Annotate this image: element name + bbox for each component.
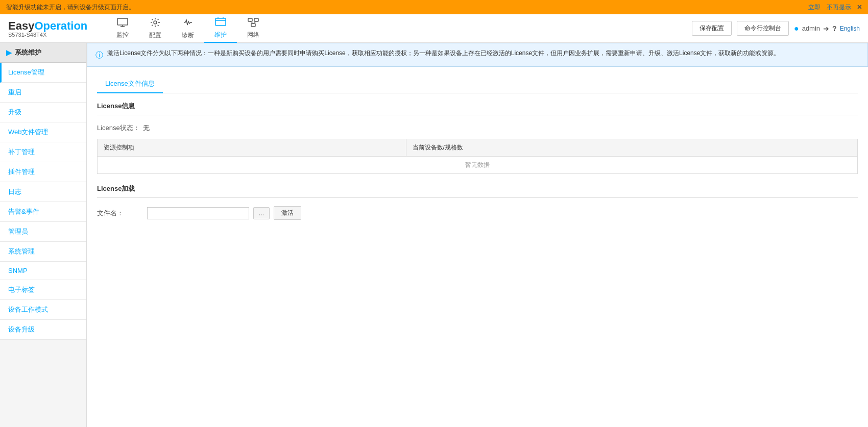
sidebar-item-devupgrade-label: 设备升级 — [8, 325, 35, 333]
sidebar-item-etag-label: 电子标签 — [8, 286, 35, 293]
banner-link2[interactable]: 不再提示 — [827, 3, 851, 12]
sidebar: ▶ 系统维护 License管理 重启 升级 Web文件管理 补丁管理 插件管理… — [0, 43, 87, 427]
header: EasyOperation S5731-S48T4X 监控 配置 诊断 — [0, 14, 868, 43]
sidebar-item-restart-label: 重启 — [8, 88, 21, 96]
sidebar-item-alarm-label: 告警&事件 — [8, 208, 39, 215]
user-area: ● admin ➜ ? English — [794, 24, 860, 33]
sidebar-item-upgrade-label: 升级 — [8, 108, 21, 116]
file-input[interactable] — [147, 207, 249, 219]
sidebar-item-etag[interactable]: 电子标签 — [0, 280, 86, 300]
svg-rect-0 — [117, 18, 128, 25]
sidebar-section-header: ▶ 系统维护 — [0, 43, 86, 63]
info-icon: ⓘ — [95, 49, 103, 61]
user-icon: ● — [794, 24, 799, 33]
banner-link1[interactable]: 立即 — [808, 3, 821, 12]
maintain-icon — [215, 17, 226, 30]
diagnose-icon — [183, 17, 193, 30]
banner-text: 智能升级功能未开启，请到设备升级页面开启。 — [6, 3, 135, 12]
sidebar-item-patch[interactable]: 补丁管理 — [0, 142, 86, 162]
sidebar-item-restart[interactable]: 重启 — [0, 83, 86, 103]
license-table: 资源控制项 当前设备数/规格数 暂无数据 — [97, 139, 858, 174]
logo: EasyOperation S5731-S48T4X — [8, 19, 90, 38]
license-status-row: License状态： 无 — [97, 123, 858, 133]
svg-rect-11 — [251, 23, 255, 27]
sidebar-item-log[interactable]: 日志 — [0, 182, 86, 202]
language-link[interactable]: English — [840, 25, 860, 32]
sidebar-item-license[interactable]: License管理 — [0, 63, 86, 83]
sidebar-item-log-label: 日志 — [8, 188, 21, 195]
sidebar-item-admin[interactable]: 管理员 — [0, 222, 86, 242]
nav-maintain[interactable]: 维护 — [204, 14, 237, 43]
sidebar-item-alarm[interactable]: 告警&事件 — [0, 202, 86, 222]
save-config-button[interactable]: 保存配置 — [692, 21, 732, 36]
sidebar-item-workmode-label: 设备工作模式 — [8, 306, 48, 313]
nav-monitor[interactable]: 监控 — [106, 14, 139, 43]
tab-file-info[interactable]: License文件信息 — [97, 75, 163, 93]
license-load-title: License加载 — [97, 184, 858, 198]
main-nav: 监控 配置 诊断 维护 网络 — [106, 14, 692, 43]
logout-icon[interactable]: ➜ — [823, 24, 829, 33]
sidebar-item-plugin[interactable]: 插件管理 — [0, 162, 86, 182]
table-empty-row: 暂无数据 — [98, 157, 858, 174]
nav-diagnose-label: 诊断 — [182, 31, 194, 40]
license-info-title: License信息 — [97, 102, 858, 115]
file-label: 文件名： — [97, 209, 143, 218]
sidebar-item-admin-label: 管理员 — [8, 228, 28, 235]
sidebar-item-sysmgr[interactable]: 系统管理 — [0, 242, 86, 262]
sidebar-item-webfile-label: Web文件管理 — [8, 128, 49, 136]
monitor-icon — [117, 18, 128, 30]
nav-network-label: 网络 — [247, 31, 259, 39]
logo-easy: Easy — [8, 19, 34, 32]
sidebar-item-devupgrade[interactable]: 设备升级 — [0, 320, 86, 340]
nav-monitor-label: 监控 — [116, 31, 129, 39]
header-right: 保存配置 命令行控制台 ● admin ➜ ? English — [692, 21, 860, 36]
content-area: ⓘ 激活License文件分为以下两种情况：一种是新购买设备的用户需要同时申请购… — [87, 43, 868, 427]
svg-rect-9 — [248, 18, 252, 21]
nav-config-label: 配置 — [149, 31, 161, 40]
sidebar-item-patch-label: 补丁管理 — [8, 148, 35, 156]
svg-rect-5 — [215, 18, 226, 26]
banner-links: 立即 不再提示 × — [808, 3, 862, 12]
tab-file-info-label: License文件信息 — [105, 80, 155, 87]
activate-button[interactable]: 激活 — [274, 206, 301, 220]
sidebar-item-sysmgr-label: 系统管理 — [8, 247, 35, 255]
help-icon[interactable]: ? — [832, 24, 837, 33]
sidebar-section-title: 系统维护 — [15, 48, 41, 57]
nav-network[interactable]: 网络 — [237, 14, 270, 43]
table-empty-cell: 暂无数据 — [98, 157, 858, 174]
sidebar-section-icon: ▶ — [6, 48, 12, 57]
sidebar-item-license-label: License管理 — [8, 68, 44, 76]
svg-point-3 — [154, 21, 157, 24]
sidebar-item-workmode[interactable]: 设备工作模式 — [0, 300, 86, 320]
table-col1: 资源控制项 — [98, 139, 406, 157]
license-status-value: 无 — [143, 123, 150, 133]
nav-maintain-label: 维护 — [214, 31, 227, 39]
info-bar: ⓘ 激活License文件分为以下两种情况：一种是新购买设备的用户需要同时申请购… — [87, 43, 868, 67]
main-container: ▶ 系统维护 License管理 重启 升级 Web文件管理 补丁管理 插件管理… — [0, 43, 868, 427]
license-status-label: License状态： — [97, 123, 143, 133]
inner-content: License文件信息 License信息 License状态： 无 资源控制项… — [87, 67, 868, 427]
svg-rect-10 — [254, 18, 258, 21]
nav-diagnose[interactable]: 诊断 — [172, 14, 204, 43]
banner-close[interactable]: × — [857, 3, 862, 12]
network-icon — [248, 18, 259, 30]
username: admin — [802, 24, 820, 32]
logo-op: Operation — [34, 19, 87, 32]
sidebar-item-plugin-label: 插件管理 — [8, 168, 35, 175]
top-banner: 智能升级功能未开启，请到设备升级页面开启。 立即 不再提示 × — [0, 0, 868, 14]
info-text: 激活License文件分为以下两种情况：一种是新购买设备的用户需要同时申请购买L… — [107, 48, 780, 58]
upload-row: 文件名： ... 激活 — [97, 206, 858, 220]
sidebar-item-snmp[interactable]: SNMP — [0, 262, 86, 280]
table-col2: 当前设备数/规格数 — [406, 139, 857, 157]
cmd-console-button[interactable]: 命令行控制台 — [737, 21, 789, 36]
sidebar-item-snmp-label: SNMP — [8, 267, 28, 274]
browse-button[interactable]: ... — [253, 207, 270, 219]
license-load-section: License加载 文件名： ... 激活 — [97, 184, 858, 220]
nav-config[interactable]: 配置 — [139, 14, 172, 43]
device-name: S5731-S48T4X — [8, 32, 90, 38]
config-icon — [150, 17, 160, 30]
tabs: License文件信息 — [97, 75, 858, 93]
sidebar-item-upgrade[interactable]: 升级 — [0, 103, 86, 122]
sidebar-item-webfile[interactable]: Web文件管理 — [0, 122, 86, 142]
